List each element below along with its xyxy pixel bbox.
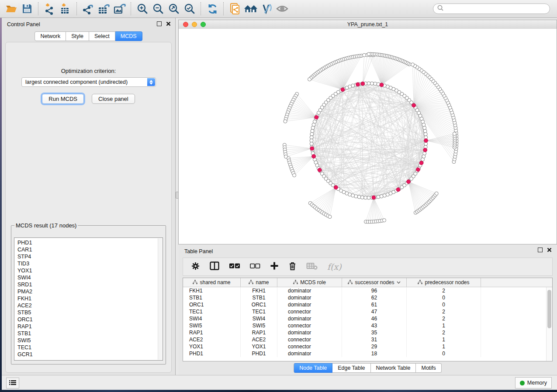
cell-predecessors: 2 [407, 315, 481, 322]
export-network-icon[interactable] [81, 1, 96, 16]
tab-mcds[interactable]: MCDS [115, 31, 142, 41]
minimize-window-icon[interactable] [192, 22, 197, 27]
control-panel-tabs: NetworkStyleSelectMCDS [2, 31, 175, 41]
column-header-successor-nodes[interactable]: successor nodes [342, 278, 407, 287]
table-row[interactable]: YOX1YOX1connector291 [183, 343, 552, 350]
tab-edge-table[interactable]: Edge Table [332, 363, 370, 373]
close-panel-icon[interactable] [166, 21, 171, 26]
table-row[interactable]: RAP1RAP1dominator352 [183, 329, 552, 336]
list-item[interactable]: CAR1 [17, 246, 163, 253]
export-image-icon[interactable] [112, 1, 127, 16]
eye-icon[interactable] [275, 1, 290, 16]
log-console-button[interactable] [6, 378, 19, 389]
open-folder-icon[interactable] [4, 1, 19, 16]
list-item[interactable]: PMA2 [17, 288, 163, 295]
network-graph[interactable] [179, 29, 557, 244]
table-row[interactable]: TEC1TEC1connector472 [183, 308, 552, 315]
save-icon[interactable] [20, 1, 35, 16]
share-session-icon[interactable] [228, 1, 242, 16]
tab-style[interactable]: Style [66, 31, 89, 41]
list-item[interactable]: SWI5 [17, 337, 163, 344]
list-item[interactable]: ORC1 [17, 316, 163, 323]
select-all-icon[interactable] [229, 263, 240, 271]
list-item[interactable]: TEC1 [17, 344, 163, 351]
list-item[interactable]: SRD1 [17, 281, 163, 288]
list-item[interactable]: FKH1 [17, 295, 163, 302]
memory-button[interactable]: Memory [515, 377, 552, 389]
close-window-icon[interactable] [183, 22, 188, 27]
import-network-icon[interactable] [42, 1, 57, 16]
list-item[interactable]: ACE2 [17, 302, 163, 309]
table-settings-gear-icon[interactable] [191, 261, 200, 272]
cell-shared_name: PHD1 [183, 350, 241, 357]
cell-shared_name: SWI4 [183, 315, 241, 322]
toolbar-separator [223, 2, 224, 15]
result-list-scrollbar[interactable] [158, 238, 162, 360]
toggle-annotations-icon[interactable] [259, 1, 274, 16]
table-row[interactable]: SWI4SWI4dominator462 [183, 315, 552, 322]
function-builder-icon[interactable]: f(x) [327, 262, 342, 272]
list-item[interactable]: STP4 [17, 253, 163, 260]
cell-role: connector [277, 343, 342, 350]
table-row[interactable]: FKH1FKH1dominator962 [183, 287, 552, 294]
deselect-all-icon[interactable] [250, 263, 260, 271]
cell-role: dominator [277, 301, 342, 308]
table-row[interactable]: ORC1ORC1dominator610 [183, 301, 552, 308]
list-item[interactable]: GCR1 [17, 351, 163, 358]
tab-network[interactable]: Network [35, 31, 66, 41]
column-header-MCDS-role[interactable]: MCDS role [277, 278, 342, 287]
table-row[interactable]: PHD1PHD1dominator180 [183, 350, 552, 357]
zoom-out-icon[interactable] [151, 1, 166, 16]
list-item[interactable]: STB5 [17, 309, 163, 316]
clear-table-icon[interactable] [306, 262, 318, 272]
toolbar-separator [76, 2, 77, 15]
column-header-shared-name[interactable]: shared name [183, 278, 241, 287]
refresh-icon[interactable] [205, 1, 220, 16]
close-table-panel-icon[interactable] [547, 248, 552, 252]
tab-network-table[interactable]: Network Table [371, 363, 416, 373]
cell-role: connector [277, 336, 342, 343]
import-table-icon[interactable] [58, 1, 73, 16]
node-table-header: shared namenameMCDS rolesuccessor nodesp… [183, 278, 552, 287]
network-canvas[interactable] [179, 29, 557, 244]
list-item[interactable]: YOX1 [17, 267, 163, 274]
add-column-icon[interactable] [270, 261, 279, 272]
zoom-fit-icon[interactable] [166, 1, 181, 16]
close-panel-button[interactable]: Close panel [92, 94, 135, 104]
home-icon[interactable] [243, 1, 258, 16]
list-item[interactable]: SWI4 [17, 274, 163, 281]
table-row[interactable]: ACE2ACE2connector311 [183, 336, 552, 343]
run-mcds-button[interactable]: Run MCDS [42, 94, 84, 104]
table-row[interactable]: STB1STB1dominator620 [183, 294, 552, 301]
delete-column-icon[interactable] [288, 261, 297, 272]
cell-name: RAP1 [241, 329, 277, 336]
list-item[interactable]: RAP1 [17, 323, 163, 330]
float-table-panel-icon[interactable] [538, 248, 543, 252]
tab-node-table[interactable]: Node Table [294, 363, 332, 373]
tab-motifs[interactable]: Motifs [416, 363, 441, 373]
network-window-titlebar[interactable]: YPA_prune.txt_1 [179, 20, 557, 29]
mcds-result-list[interactable]: PHD1CAR1STP4TID3YOX1SWI4SRD1PMA2FKH1ACE2… [14, 237, 163, 361]
list-item[interactable]: STB1 [17, 330, 163, 337]
table-row[interactable]: SWI5SWI5connector431 [183, 322, 552, 329]
list-item[interactable]: TID3 [17, 260, 163, 267]
app-main: Control Panel NetworkStyleSelectMCDS Opt… [2, 18, 557, 390]
cell-predecessors: 0 [407, 301, 481, 308]
memory-label: Memory [527, 380, 547, 386]
list-item[interactable]: PHD1 [17, 239, 163, 246]
float-panel-icon[interactable] [157, 21, 162, 26]
column-header-predecessor-nodes[interactable]: predecessor nodes [407, 278, 481, 287]
node-table-body: FKH1FKH1dominator962STB1STB1dominator620… [183, 287, 552, 357]
search-input[interactable] [444, 4, 550, 13]
export-table-icon[interactable] [97, 1, 111, 16]
zoom-window-icon[interactable] [201, 22, 206, 27]
zoom-selected-icon[interactable] [182, 1, 197, 16]
optimization-criterion-select[interactable]: largest connected component (undirected) [21, 77, 156, 87]
table-scrollbar-thumb[interactable] [547, 290, 551, 328]
table-scrollbar[interactable] [546, 287, 552, 361]
tab-select[interactable]: Select [89, 31, 115, 41]
cell-shared_name: STB1 [183, 294, 241, 301]
zoom-in-icon[interactable] [135, 1, 150, 16]
column-header-name[interactable]: name [241, 278, 277, 287]
column-layout-icon[interactable] [210, 261, 219, 272]
